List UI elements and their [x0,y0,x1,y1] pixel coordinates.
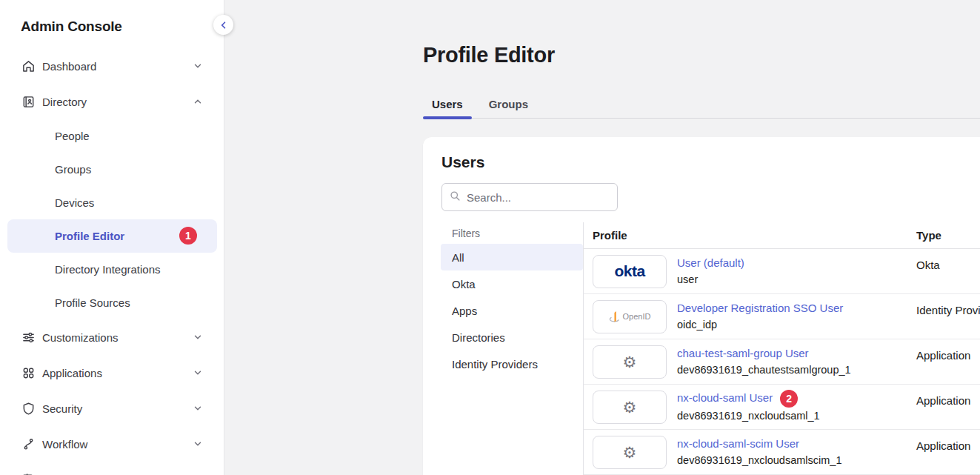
users-panel: Users Filters All Okta Apps Directories … [423,137,980,475]
profile-link[interactable]: User (default) [677,254,744,271]
okta-logo: okta [593,255,667,288]
sidebar-item-workflow[interactable]: Workflow [0,426,224,462]
filters-list: Filters All Okta Apps Directories Identi… [423,222,583,475]
sidebar-item-security[interactable]: Security [0,391,224,426]
admin-console-app: Admin Console Dashboard Directory [0,0,980,475]
workflow-icon [21,436,36,451]
app-logo: ⚙ [593,436,667,469]
profile-link[interactable]: nx-cloud-saml User [677,389,773,406]
search-icon [450,190,461,205]
sidebar-title: Admin Console [21,19,122,35]
sidebar-item-customizations[interactable]: Customizations [0,319,224,355]
app-logo: ⚙ [593,345,667,379]
notification-badge: 1 [179,227,197,245]
sidebar-item-label: Security [42,402,82,415]
tab-users[interactable]: Users [423,90,472,118]
app-logo: ⚙ [593,391,667,424]
profile-id: dev86931619_nxcloudsaml_1 [677,408,916,425]
column-header-type: Type [916,229,980,242]
sidebar-item-directory[interactable]: Directory [0,84,224,119]
sidebar-item-directory-integrations[interactable]: Directory Integrations [0,253,224,286]
filter-all[interactable]: All [441,244,583,270]
chevron-down-icon [193,332,203,342]
sidebar-item-label: Workflow [42,438,87,451]
filter-identity-providers[interactable]: Identity Providers [441,351,583,377]
openid-logo: OpenID [593,300,667,333]
table-row: ⚙ nx-cloud-saml-scim User dev86931619_nx… [584,430,980,475]
profile-link[interactable]: Developer Registration SSO User [677,299,843,316]
chevron-down-icon [193,439,203,449]
main-content: Profile Editor Users Groups Users Filter… [224,0,980,475]
chevron-down-icon [193,61,203,71]
sidebar-item-devices[interactable]: Devices [0,186,224,219]
shield-icon [21,401,36,416]
profile-link[interactable]: nx-cloud-saml-scim User [677,435,799,452]
apps-grid-icon [21,365,36,380]
column-header-profile: Profile [584,229,916,242]
sidebar-item-profile-sources[interactable]: Profile Sources [0,286,224,319]
table-row: okta User (default) user Okta [584,249,980,294]
sidebar-collapse-button[interactable] [213,15,233,35]
sidebar: Admin Console Dashboard Directory [0,0,224,475]
sidebar-item-groups[interactable]: Groups [0,153,224,186]
id-card-icon [21,94,36,109]
profile-id: user [677,271,916,288]
chevron-down-icon [193,368,203,378]
sidebar-item-profile-editor[interactable]: Profile Editor 1 [7,219,217,253]
sidebar-item-label: Applications [42,367,102,379]
profiles-table: Profile Type okta User (default) user Ok… [583,222,980,475]
chevron-down-icon [193,403,203,413]
search-box [441,183,618,211]
sidebar-item-dashboard[interactable]: Dashboard [0,48,224,84]
profile-type: Application [916,430,980,452]
sidebar-nav: Dashboard Directory People Groups Device… [0,48,224,462]
panel-body: Filters All Okta Apps Directories Identi… [423,222,980,475]
gear-icon: ⚙ [623,399,637,415]
profile-id: dev86931619_nxcloudsamlscim_1 [677,452,916,469]
tab-bar: Users Groups [423,90,980,119]
sidebar-item-people[interactable]: People [0,119,224,153]
chevron-up-icon [193,96,203,107]
profile-type: Application [916,339,980,362]
search-input[interactable] [467,191,614,204]
profile-link[interactable]: chau-test-saml-group User [677,345,809,362]
page-title: Profile Editor [423,43,555,67]
filter-directories[interactable]: Directories [441,324,583,351]
profile-id: dev86931619_chautestsamlgroup_1 [677,362,916,379]
notification-badge: 2 [780,390,798,408]
filter-okta[interactable]: Okta [441,270,583,297]
table-row: OpenID Developer Registration SSO User o… [584,294,980,339]
tab-groups[interactable]: Groups [480,90,537,118]
table-header-row: Profile Type [584,222,980,249]
filter-apps[interactable]: Apps [441,297,583,324]
table-row: ⚙ nx-cloud-saml User2 dev86931619_nxclou… [584,385,980,430]
table-row: ⚙ chau-test-saml-group User dev86931619_… [584,339,980,385]
profile-type: Identity Provider [916,294,980,316]
filters-title: Filters [441,222,583,244]
sidebar-item-label: Dashboard [42,60,96,73]
gear-icon: ⚙ [623,354,637,370]
profile-type: Okta [916,249,980,271]
home-icon [21,59,36,73]
sidebar-item-applications[interactable]: Applications [0,355,224,391]
sidebar-item-label: Customizations [42,331,119,344]
gear-icon: ⚙ [623,445,637,460]
profile-type: Application [916,385,980,407]
profile-id: oidc_idp [677,316,916,333]
panel-title: Users [441,153,484,171]
sliders-icon [21,330,36,345]
sidebar-item-label: Directory [42,96,87,108]
